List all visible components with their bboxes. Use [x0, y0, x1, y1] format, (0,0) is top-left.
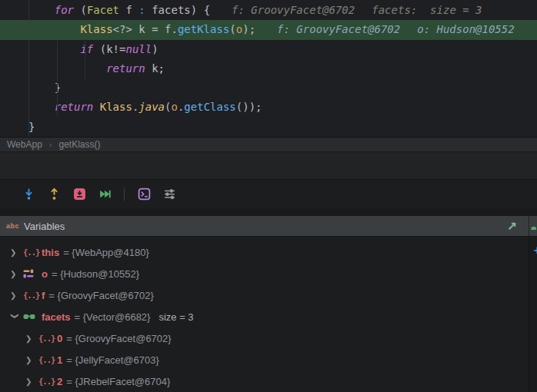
variable-name: 0 — [57, 333, 62, 344]
variable-value: = {Vector@6682} — [75, 311, 151, 323]
variable-row-0[interactable]: ❯{..}0= {GroovyFacet@6702} — [0, 327, 537, 349]
code-token — [28, 23, 80, 35]
variable-value: = {Hudson@10552} — [52, 268, 139, 280]
variable-name: 1 — [57, 354, 62, 366]
breadcrumb-item-class[interactable]: WebApp — [7, 139, 42, 150]
variable-row-f[interactable]: ❯{..}f= {GroovyFacet@6702} — [0, 284, 537, 306]
panel-gap — [0, 208, 537, 216]
glasses-watch-icon — [23, 313, 35, 321]
code-token: f — [119, 4, 138, 16]
chevron-right-icon[interactable]: ❯ — [25, 334, 35, 343]
code-token — [28, 62, 106, 75]
code-token: Klass — [100, 101, 132, 113]
code-token: ()); — [236, 101, 262, 113]
code-token: null — [125, 43, 152, 55]
step-into-icon — [22, 188, 35, 201]
evaluate-expression-button[interactable] — [135, 186, 152, 203]
code-token: ) { — [191, 4, 210, 16]
variable-name: o — [42, 268, 48, 280]
code-token: Facet — [87, 4, 119, 16]
code-line[interactable]: } — [0, 78, 537, 98]
code-token: ); — [242, 23, 255, 35]
code-line[interactable]: } — [0, 118, 537, 137]
chevron-right-icon[interactable]: ❯ — [25, 377, 35, 386]
reset-frame-button[interactable] — [71, 186, 88, 203]
object-braces-icon: {..} — [38, 377, 55, 386]
panel-divider — [529, 216, 529, 236]
variable-row-1[interactable]: ❯{..}1= {JellyFacet@6703} — [0, 349, 537, 370]
step-into-button[interactable] — [20, 186, 37, 203]
breadcrumb-item-method[interactable]: getKlass() — [58, 139, 100, 150]
variable-size-label: size = 3 — [158, 311, 193, 323]
code-token: } — [28, 121, 35, 133]
object-braces-icon: {..} — [23, 247, 39, 257]
parameter-icon — [23, 269, 34, 278]
code-token: for — [55, 4, 74, 16]
run-to-cursor-icon — [98, 188, 112, 201]
code-token: ( — [74, 4, 87, 16]
chevron-right-icon[interactable]: ❯ — [10, 291, 20, 300]
variable-value: = {GroovyFacet@6702} — [66, 333, 171, 344]
chevron-right-icon[interactable]: ❯ — [10, 248, 20, 257]
sliders-icon — [163, 188, 176, 201]
code-token: if — [80, 43, 93, 55]
variable-name: this — [42, 247, 59, 258]
run-to-cursor-button[interactable] — [96, 186, 113, 203]
variable-name: facets — [42, 311, 71, 323]
variable-row-o[interactable]: ❯o= {Hudson@10552} — [0, 263, 537, 284]
code-token — [28, 43, 80, 55]
variable-value: = {JRebelFacet@6704} — [66, 376, 170, 387]
code-token: (k!= — [93, 43, 125, 55]
variable-row-this[interactable]: ❯{..}this= {WebApp@4180} — [0, 241, 537, 263]
breadcrumb: WebApp › getKlass() — [0, 137, 537, 151]
abc-icon: abc — [6, 222, 19, 230]
step-out-icon — [48, 188, 61, 201]
panel-title: Variables — [24, 221, 65, 232]
console-empty-area — [0, 151, 537, 179]
object-braces-icon: {..} — [38, 334, 55, 343]
code-token — [28, 101, 55, 113]
code-token: o — [236, 23, 242, 35]
code-token: o — [171, 101, 177, 113]
indent-guide — [57, 41, 58, 117]
code-token: return — [55, 101, 94, 113]
code-token — [28, 81, 55, 94]
chevron-right-icon[interactable]: ❯ — [25, 356, 35, 364]
code-line[interactable]: for (Facet f : facets) {f: GroovyFacet@6… — [0, 1, 537, 20]
open-in-new-tab-icon[interactable]: ↗ — [507, 219, 517, 233]
debugger-toolbar — [0, 179, 537, 208]
object-braces-icon: {..} — [38, 355, 55, 364]
view-options-button[interactable] — [161, 186, 178, 203]
code-area: for (Facet f : facets) {f: GroovyFacet@6… — [0, 0, 537, 137]
code-line[interactable]: return Klass.java(o.getClass()); — [0, 98, 537, 117]
code-token: return — [106, 62, 145, 75]
add-watch-icon[interactable]: + — [534, 244, 537, 257]
variable-value: = {WebApp@4180} — [63, 247, 149, 258]
variables-list: ❯{..}this= {WebApp@4180}❯o= {Hudson@1055… — [0, 241, 537, 392]
chevron-down-icon[interactable]: ❯ — [11, 313, 19, 323]
code-line[interactable]: if (k!=null) — [0, 40, 537, 59]
variable-row-facets[interactable]: ❯facets= {Vector@6682}size = 3 — [0, 306, 537, 327]
indent-guide — [85, 41, 85, 79]
code-token: ) — [152, 43, 158, 55]
reset-frame-icon — [73, 188, 86, 201]
code-token: k; — [145, 62, 165, 75]
code-token: : — [138, 4, 145, 16]
debugger-inline-hint: facets: size = 3 — [372, 4, 482, 16]
chevron-right-icon[interactable]: ❯ — [10, 270, 20, 278]
code-token: ( — [229, 23, 235, 35]
code-token — [28, 4, 55, 16]
variable-name: 2 — [57, 376, 62, 387]
step-out-button[interactable] — [45, 186, 62, 203]
code-token: <?> k = f. — [113, 23, 178, 35]
variable-value: = {JellyFacet@6703} — [66, 354, 159, 366]
object-braces-icon: {..} — [23, 291, 39, 300]
code-line[interactable]: return k; — [0, 59, 537, 78]
console-icon — [138, 188, 151, 201]
watches-glasses-icon — [531, 222, 537, 230]
variable-row-2[interactable]: ❯{..}2= {JRebelFacet@6704} — [0, 370, 537, 392]
code-line-current-debug[interactable]: Klass<?> k = f.getKlass(o);f: GroovyFace… — [0, 20, 537, 39]
watches-pane-sliver: + — [529, 237, 537, 392]
debugger-inline-hint: o: Hudson@10552 — [417, 23, 514, 35]
code-editor: for (Facet f : facets) {f: GroovyFacet@6… — [0, 0, 537, 137]
